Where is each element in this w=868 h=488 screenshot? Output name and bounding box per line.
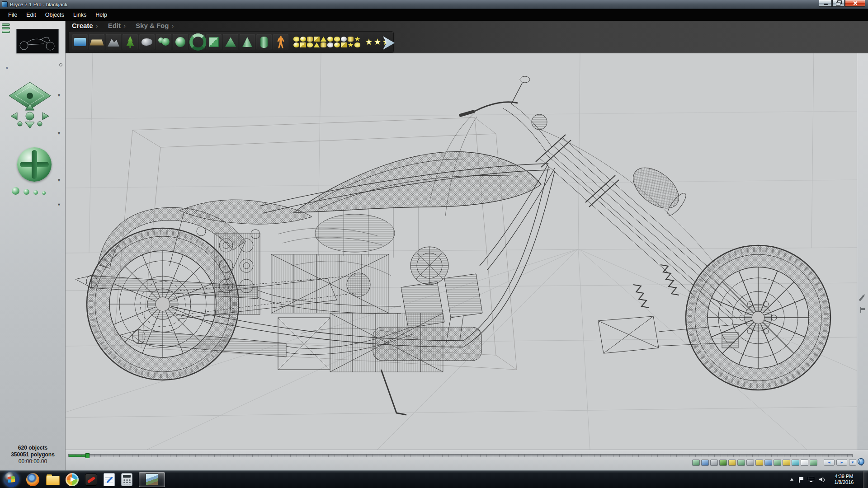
cube-icon[interactable] bbox=[206, 34, 222, 50]
preset-10-icon[interactable] bbox=[354, 37, 360, 42]
screen: Bryce 7.1 Pro - blackjack FileEditObject… bbox=[0, 0, 868, 488]
ground-plane-icon[interactable] bbox=[89, 34, 104, 50]
preset-8-icon[interactable] bbox=[341, 37, 347, 42]
preset-7-icon[interactable] bbox=[334, 37, 340, 42]
windows-taskbar: 4:39 PM 1/8/2016 bbox=[0, 470, 868, 488]
preset-12-icon[interactable] bbox=[300, 42, 306, 47]
next-selection-button[interactable]: ► bbox=[836, 459, 847, 466]
close-button[interactable] bbox=[845, 0, 865, 7]
select-cubes-icon[interactable] bbox=[737, 460, 745, 466]
pencil-tool-icon[interactable] bbox=[859, 295, 865, 301]
select-all-icon[interactable] bbox=[810, 460, 817, 466]
select-waters-icon[interactable] bbox=[701, 460, 709, 466]
preset-1-icon[interactable] bbox=[293, 37, 299, 42]
taskbar-clock[interactable]: 4:39 PM 1/8/2016 bbox=[830, 474, 859, 485]
select-cameras-icon[interactable] bbox=[792, 460, 799, 466]
create-object-icons bbox=[72, 34, 288, 50]
flag-marker-icon[interactable] bbox=[860, 307, 865, 313]
preset-2-icon[interactable] bbox=[300, 37, 306, 42]
cone-icon[interactable] bbox=[240, 34, 255, 50]
select-spheres-icon[interactable] bbox=[728, 460, 736, 466]
chevron-down-icon[interactable]: ▼ bbox=[57, 93, 61, 98]
preset-16-icon[interactable] bbox=[327, 42, 333, 47]
preset-5-icon[interactable] bbox=[321, 37, 326, 42]
motorcycle-wireframe[interactable] bbox=[75, 76, 830, 415]
selection-menu-button[interactable]: ▼ bbox=[849, 459, 856, 466]
select-metaballs-icon[interactable] bbox=[774, 460, 781, 466]
windows-explorer-taskbar-icon[interactable] bbox=[46, 474, 59, 485]
preset-14-icon[interactable] bbox=[314, 42, 320, 47]
timeline-handle[interactable] bbox=[85, 453, 90, 458]
tab-edit[interactable]: Edit› bbox=[108, 22, 126, 29]
journal-taskbar-icon[interactable] bbox=[104, 473, 115, 486]
pan-control[interactable] bbox=[8, 103, 52, 129]
web-globe-icon[interactable] bbox=[858, 458, 864, 465]
select-groups-icon[interactable] bbox=[801, 460, 808, 466]
start-button[interactable] bbox=[4, 472, 19, 487]
preset-19-icon[interactable] bbox=[348, 42, 354, 47]
preset-13-icon[interactable] bbox=[307, 42, 313, 47]
action-center-tray-icon[interactable] bbox=[798, 477, 803, 483]
preset-11-icon[interactable] bbox=[293, 42, 299, 47]
preset-17-icon[interactable] bbox=[334, 42, 340, 47]
select-lights-icon[interactable] bbox=[783, 460, 790, 466]
spot-light-icon[interactable] bbox=[374, 38, 381, 46]
stone-icon[interactable] bbox=[139, 34, 155, 50]
menu-links[interactable]: Links bbox=[69, 9, 91, 21]
menu-help[interactable]: Help bbox=[91, 9, 112, 21]
palette-toggle-bars-icon[interactable] bbox=[2, 23, 10, 34]
close-preview-icon[interactable]: × bbox=[5, 65, 8, 70]
scene-preview-thumbnail[interactable] bbox=[16, 29, 59, 53]
red-app-taskbar-icon[interactable] bbox=[85, 474, 97, 486]
chevron-down-icon[interactable]: ▼ bbox=[57, 131, 61, 136]
zoom-level-balls[interactable] bbox=[12, 187, 57, 195]
viewport-3d[interactable] bbox=[66, 53, 857, 450]
preset-9-icon[interactable] bbox=[348, 37, 354, 42]
minimize-button[interactable] bbox=[819, 0, 832, 7]
network-tray-icon[interactable] bbox=[808, 477, 814, 482]
bryce-window-taskbar-icon[interactable] bbox=[139, 472, 165, 487]
show-desktop-button[interactable] bbox=[863, 471, 868, 488]
preview-options-icon[interactable] bbox=[59, 63, 62, 66]
preset-6-icon[interactable] bbox=[327, 37, 333, 42]
water-plane-icon[interactable] bbox=[72, 34, 88, 50]
hidden-icons-tray-icon[interactable] bbox=[790, 478, 794, 482]
menu-file[interactable]: File bbox=[4, 9, 22, 21]
firefox-taskbar-icon[interactable] bbox=[26, 473, 39, 486]
pyramid-icon[interactable] bbox=[223, 34, 238, 50]
select-toruses-icon[interactable] bbox=[764, 460, 772, 466]
select-stones-icon[interactable] bbox=[710, 460, 718, 466]
media-player-taskbar-icon[interactable] bbox=[66, 473, 79, 486]
preset-18-icon[interactable] bbox=[341, 42, 347, 47]
maximize-button[interactable] bbox=[832, 0, 844, 7]
preset-4-icon[interactable] bbox=[314, 37, 320, 42]
select-terrains-icon[interactable] bbox=[692, 460, 700, 466]
preset-15-icon[interactable] bbox=[321, 42, 326, 47]
clock-time: 4:39 PM bbox=[830, 474, 859, 479]
previous-selection-button[interactable]: ◄ bbox=[824, 459, 835, 466]
terrain-icon[interactable] bbox=[106, 34, 121, 50]
chevron-down-icon[interactable]: ▼ bbox=[57, 202, 61, 207]
select-trees-icon[interactable] bbox=[719, 460, 727, 466]
menu-edit[interactable]: Edit bbox=[22, 9, 41, 21]
cylinder-icon[interactable] bbox=[256, 34, 272, 50]
select-cylinders-icon[interactable] bbox=[755, 460, 763, 466]
chevron-down-icon[interactable]: ▼ bbox=[57, 178, 61, 183]
tree-icon[interactable] bbox=[123, 34, 138, 50]
figure-icon[interactable] bbox=[273, 34, 288, 50]
radial-light-icon[interactable] bbox=[365, 38, 373, 46]
timeline-scrubber[interactable] bbox=[68, 454, 853, 457]
preset-3-icon[interactable] bbox=[307, 37, 313, 42]
tab-sky-fog[interactable]: Sky & Fog› bbox=[136, 22, 174, 29]
metaball-icon[interactable] bbox=[156, 34, 171, 50]
volume-tray-icon[interactable] bbox=[819, 477, 825, 482]
preset-20-icon[interactable] bbox=[354, 42, 360, 47]
torus-icon[interactable] bbox=[189, 34, 205, 50]
sphere-icon[interactable] bbox=[173, 34, 188, 50]
tab-create[interactable]: Create› bbox=[72, 22, 98, 29]
select-cones-icon[interactable] bbox=[746, 460, 754, 466]
trackball-control[interactable] bbox=[17, 147, 52, 182]
calculator-taskbar-icon[interactable] bbox=[121, 473, 132, 486]
mode-tabs: Create›Edit›Sky & Fog› bbox=[72, 22, 174, 29]
menu-objects[interactable]: Objects bbox=[41, 9, 69, 21]
